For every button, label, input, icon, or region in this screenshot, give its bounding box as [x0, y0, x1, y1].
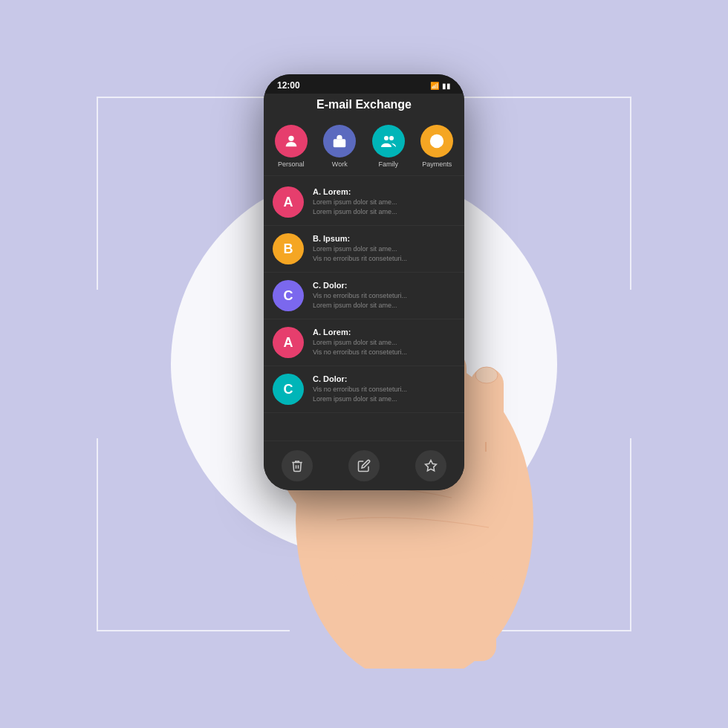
email-content-0: A. Lorem: Lorem ipsum dolor sit ame...Lo…: [313, 187, 455, 216]
family-icon: [372, 125, 405, 157]
email-content-1: B. Ipsum: Lorem ipsum dolor sit ame...Vi…: [313, 234, 455, 263]
edit-button[interactable]: [348, 450, 380, 481]
work-icon: [323, 125, 356, 157]
bottom-toolbar: [264, 441, 464, 490]
email-content-4: C. Dolor: Vis no erroribus rit consetetu…: [313, 374, 455, 403]
email-content-3: A. Lorem: Lorem ipsum dolor sit ame...Vi…: [313, 328, 455, 357]
category-work[interactable]: Work: [323, 125, 356, 168]
payments-label: Payments: [422, 160, 452, 168]
email-item-2[interactable]: C C. Dolor: Vis no erroribus rit consete…: [264, 273, 464, 319]
family-label: Family: [379, 160, 399, 168]
battery-icon: ▮▮: [442, 82, 451, 90]
category-personal[interactable]: Personal: [275, 125, 308, 168]
email-preview-2: Vis no erroribus rit conseteturi...Lorem…: [313, 291, 455, 310]
email-list: A A. Lorem: Lorem ipsum dolor sit ame...…: [264, 176, 464, 441]
svg-rect-1: [334, 139, 346, 147]
avatar-3: A: [273, 327, 304, 358]
email-sender-0: A. Lorem:: [313, 187, 455, 196]
svg-point-3: [389, 136, 394, 140]
payments-icon: $: [420, 125, 453, 157]
wifi-icon: 📶: [430, 82, 439, 90]
personal-icon: [275, 125, 308, 157]
email-preview-3: Lorem ipsum dolor sit ame...Vis no error…: [313, 338, 455, 357]
email-item-0[interactable]: A A. Lorem: Lorem ipsum dolor sit ame...…: [264, 179, 464, 226]
status-icons: 📶 ▮▮: [430, 82, 451, 90]
svg-rect-14: [348, 572, 496, 661]
email-item-4[interactable]: C C. Dolor: Vis no erroribus rit consete…: [264, 366, 464, 413]
category-payments[interactable]: $ Payments: [420, 125, 453, 168]
email-preview-0: Lorem ipsum dolor sit ame...Lorem ipsum …: [313, 198, 455, 216]
work-label: Work: [332, 160, 348, 168]
avatar-2: C: [273, 280, 304, 311]
scene: 12:00 📶 ▮▮ E-mail Exchange Personal: [141, 59, 587, 669]
avatar-0: A: [273, 186, 304, 218]
avatar-4: C: [273, 374, 304, 405]
svg-point-22: [475, 367, 498, 383]
email-sender-3: A. Lorem:: [313, 328, 455, 337]
svg-text:$: $: [435, 137, 440, 147]
email-sender-4: C. Dolor:: [313, 374, 455, 383]
email-sender-1: B. Ipsum:: [313, 234, 455, 243]
email-item-1[interactable]: B B. Ipsum: Lorem ipsum dolor sit ame...…: [264, 226, 464, 273]
delete-button[interactable]: [282, 450, 313, 481]
status-time: 12:00: [277, 80, 300, 91]
email-sender-2: C. Dolor:: [313, 281, 455, 290]
category-family[interactable]: Family: [372, 125, 405, 168]
email-preview-4: Vis no erroribus rit conseteturi...Lorem…: [313, 385, 455, 403]
avatar-1: B: [273, 233, 304, 264]
svg-point-2: [384, 136, 389, 140]
email-item-3[interactable]: A A. Lorem: Lorem ipsum dolor sit ame...…: [264, 319, 464, 366]
star-button[interactable]: [415, 450, 446, 481]
categories-bar: Personal Work: [264, 119, 464, 176]
phone: 12:00 📶 ▮▮ E-mail Exchange Personal: [264, 74, 464, 490]
svg-point-0: [288, 136, 293, 141]
app-title: E-mail Exchange: [264, 98, 464, 111]
app-header: E-mail Exchange: [264, 94, 464, 119]
email-content-2: C. Dolor: Vis no erroribus rit consetetu…: [313, 281, 455, 310]
status-bar: 12:00 📶 ▮▮: [264, 74, 464, 94]
email-preview-1: Lorem ipsum dolor sit ame...Vis no error…: [313, 244, 455, 263]
personal-label: Personal: [278, 160, 305, 168]
svg-marker-6: [426, 461, 437, 471]
